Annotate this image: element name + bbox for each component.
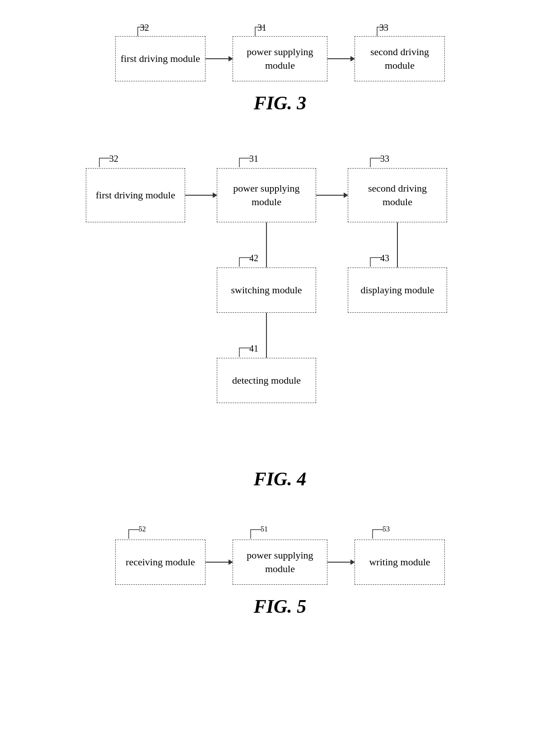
receiving-module-fig5: receiving module (115, 540, 205, 585)
ref-52-fig5: 52 (120, 525, 147, 540)
detecting-module-fig4: detecting module (217, 358, 316, 403)
vline-ps-sw (266, 222, 267, 268)
displaying-module-fig4: displaying module (348, 268, 447, 313)
arrow-fig3-2 (327, 58, 355, 59)
fig5-label: FIG. 5 (254, 596, 307, 617)
switching-module-fig4: switching module (217, 268, 316, 313)
ref-32-fig3: 32 (124, 23, 151, 37)
fig4-diagram: 32 first driving module 31 power supplyi… (0, 132, 560, 499)
vline-sd-disp (397, 222, 398, 268)
first-driving-module-fig4: first driving module (86, 168, 185, 222)
power-supplying-module-fig4: power supplyingmodule (217, 168, 316, 222)
first-driving-module-fig3: first driving module (115, 36, 205, 81)
fig3-label: FIG. 3 (254, 92, 307, 114)
arrow-fig4-2 (316, 195, 348, 196)
ref-51-fig5: 51 (242, 525, 269, 540)
vline-sw-det (266, 313, 267, 358)
arrow-fig5-1 (205, 562, 233, 563)
fig4-label: FIG. 4 (254, 468, 307, 490)
ref-31-fig3: 31 (242, 23, 269, 37)
fig3-diagram: 32 first driving module 31 power supplyi… (0, 0, 560, 123)
arrow-fig3-1 (205, 58, 233, 59)
ref-53-fig5: 53 (364, 525, 391, 540)
second-driving-module-fig3: second drivingmodule (355, 36, 445, 81)
power-supplying-module-fig3: power supplyingmodule (233, 36, 327, 81)
second-driving-module-fig4: second drivingmodule (348, 168, 447, 222)
arrow-fig4-1 (185, 195, 217, 196)
arrow-fig5-2 (327, 562, 355, 563)
ref-33-fig3: 33 (364, 23, 391, 37)
fig5-diagram: 52 receiving module 51 power supplyingmo… (0, 508, 560, 626)
power-supplying-module-fig5: power supplyingmodule (233, 540, 327, 585)
writing-module-fig5: writing module (355, 540, 445, 585)
